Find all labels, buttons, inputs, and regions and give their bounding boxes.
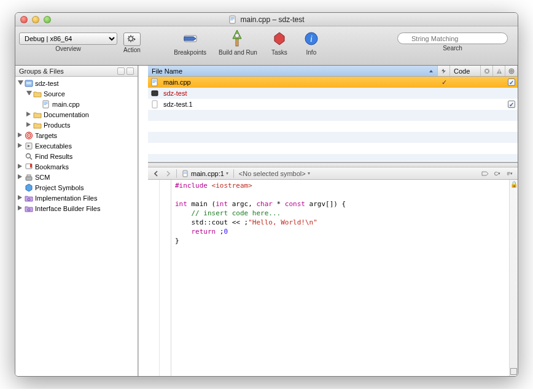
breakpoints-toggle[interactable] — [480, 169, 491, 178]
disclosure-triangle[interactable] — [18, 143, 23, 148]
cpp-icon — [42, 100, 50, 109]
build-run-icon — [228, 29, 247, 48]
editor-nav-bar: main.cpp:1 ▾ <No selected symbol> ▾ C▾ #… — [148, 167, 518, 180]
svg-line-25 — [30, 158, 32, 159]
editor-gutter[interactable] — [148, 180, 171, 376]
tree-item-project-symbols[interactable]: Project Symbols — [15, 182, 138, 193]
column-build-status[interactable] — [438, 66, 450, 76]
target-member-checkbox[interactable]: ✓ — [508, 79, 515, 86]
action-menu-button[interactable] — [123, 33, 141, 46]
nav-back-button[interactable] — [150, 169, 161, 178]
disclosure-triangle[interactable] — [18, 133, 23, 138]
build-run-button[interactable]: Build and Run — [219, 29, 257, 56]
tree-item-source[interactable]: Source — [15, 88, 138, 99]
tree-item-executables[interactable]: Executables — [15, 140, 138, 151]
tree-item-label: Project Symbols — [35, 184, 84, 191]
split-editor-button[interactable] — [510, 368, 517, 375]
exec-icon — [25, 142, 33, 150]
disclosure-triangle[interactable] — [18, 164, 23, 169]
nav-forward-button[interactable] — [163, 169, 174, 178]
disclosure-triangle[interactable] — [26, 91, 32, 96]
minimize-button[interactable] — [32, 16, 39, 23]
breakpoints-button[interactable]: Breakpoints — [174, 29, 206, 56]
sidebar-toggle-2[interactable] — [126, 67, 134, 75]
breakpoints-icon — [181, 29, 200, 48]
svg-rect-0 — [230, 16, 235, 23]
svg-rect-43 — [183, 171, 187, 177]
tree-item-label: main.cpp — [52, 101, 80, 108]
tree-item-label: Implementation Files — [35, 194, 98, 202]
target-exec-icon — [150, 89, 159, 98]
close-button[interactable] — [20, 16, 28, 23]
horizontal-splitter[interactable] — [148, 163, 518, 167]
tree-item-products[interactable]: Products — [15, 120, 138, 130]
column-errors[interactable] — [481, 66, 493, 76]
scm-icon — [25, 173, 33, 182]
chevron-down-icon: ▾ — [226, 171, 228, 176]
column-target-member[interactable] — [505, 66, 518, 76]
file-row[interactable]: sdz-test — [148, 88, 518, 99]
column-filename[interactable]: File Name — [148, 66, 438, 76]
svg-rect-45 — [184, 173, 187, 174]
search-input[interactable] — [397, 33, 508, 44]
check-icon: ✓ — [442, 79, 447, 86]
svg-rect-2 — [231, 18, 235, 19]
column-code[interactable]: Code — [450, 66, 481, 76]
sidebar-splitter[interactable] — [138, 66, 148, 376]
file-list[interactable]: main.cpp✓✓sdz-testsdz-test.1✓ — [148, 77, 518, 163]
disclosure-triangle[interactable] — [18, 206, 23, 211]
tasks-icon — [270, 29, 289, 48]
disclosure-triangle[interactable] — [26, 112, 32, 117]
target-member-checkbox[interactable]: ✓ — [508, 101, 515, 108]
tree-item-targets[interactable]: Targets — [15, 130, 138, 140]
info-icon: i — [302, 29, 321, 48]
xcode-window: main.cpp – sdz-test Debug | x86_64 Overv… — [15, 12, 518, 377]
code-editor[interactable]: #include <iostream> int main (int argc, … — [171, 180, 509, 376]
build-config-select[interactable]: Debug | x86_64 — [19, 33, 117, 45]
disclosure-triangle[interactable] — [26, 122, 32, 128]
tree-item-sdz-test[interactable]: sdz-test — [15, 78, 138, 88]
svg-rect-27 — [26, 177, 32, 180]
smart-icon — [25, 194, 33, 202]
workspace: Groups & Files sdz-testSourcemain.cppDoc… — [15, 66, 518, 376]
sidebar-toggle-1[interactable] — [117, 67, 125, 75]
tree-item-find-results[interactable]: Find Results — [15, 151, 138, 161]
bookmarks-nav-button[interactable]: #▾ — [504, 169, 515, 178]
column-warnings[interactable] — [493, 66, 505, 76]
disclosure-triangle[interactable] — [35, 101, 41, 107]
smart-icon — [25, 204, 33, 213]
symbol-crumb[interactable]: <No selected symbol> ▾ — [236, 170, 313, 177]
tree-item-label: Products — [44, 121, 70, 129]
title-file-icon — [228, 15, 237, 24]
disclosure-triangle[interactable] — [18, 174, 23, 180]
tree-item-implementation-files[interactable]: Implementation Files — [15, 193, 138, 203]
tree-item-bookmarks[interactable]: Bookmarks — [15, 161, 138, 172]
disclosure-triangle[interactable] — [18, 195, 23, 201]
sidebar-header: Groups & Files — [15, 66, 138, 77]
traffic-lights — [15, 16, 51, 23]
svg-rect-1 — [231, 17, 235, 18]
svg-rect-32 — [499, 70, 499, 72]
disclosure-triangle[interactable] — [18, 80, 23, 86]
project-tree[interactable]: sdz-testSourcemain.cppDocumentationProdu… — [15, 77, 138, 376]
tree-item-label: Targets — [35, 132, 57, 139]
counterpart-button[interactable]: C▾ — [492, 169, 503, 178]
disclosure-triangle[interactable] — [18, 185, 23, 190]
tree-item-main-cpp[interactable]: main.cpp — [15, 99, 138, 109]
lock-icon[interactable]: 🔒 — [510, 181, 518, 188]
disclosure-triangle[interactable] — [18, 153, 23, 159]
window-title: main.cpp – sdz-test — [15, 15, 518, 24]
tree-item-interface-builder-files[interactable]: Interface Builder Files — [15, 203, 138, 213]
file-icon — [150, 100, 159, 109]
tree-item-documentation[interactable]: Documentation — [15, 109, 138, 120]
sidebar-header-title: Groups & Files — [19, 67, 64, 75]
file-row[interactable]: sdz-test.1✓ — [148, 99, 518, 110]
file-crumb[interactable]: main.cpp:1 ▾ — [179, 170, 231, 177]
file-row — [148, 132, 518, 143]
tasks-button[interactable]: Tasks — [270, 29, 289, 56]
tree-item-scm[interactable]: SCM — [15, 172, 138, 182]
file-row — [148, 154, 518, 163]
info-button[interactable]: i Info — [302, 29, 321, 56]
file-row[interactable]: main.cpp✓✓ — [148, 77, 518, 88]
zoom-button[interactable] — [44, 16, 51, 23]
